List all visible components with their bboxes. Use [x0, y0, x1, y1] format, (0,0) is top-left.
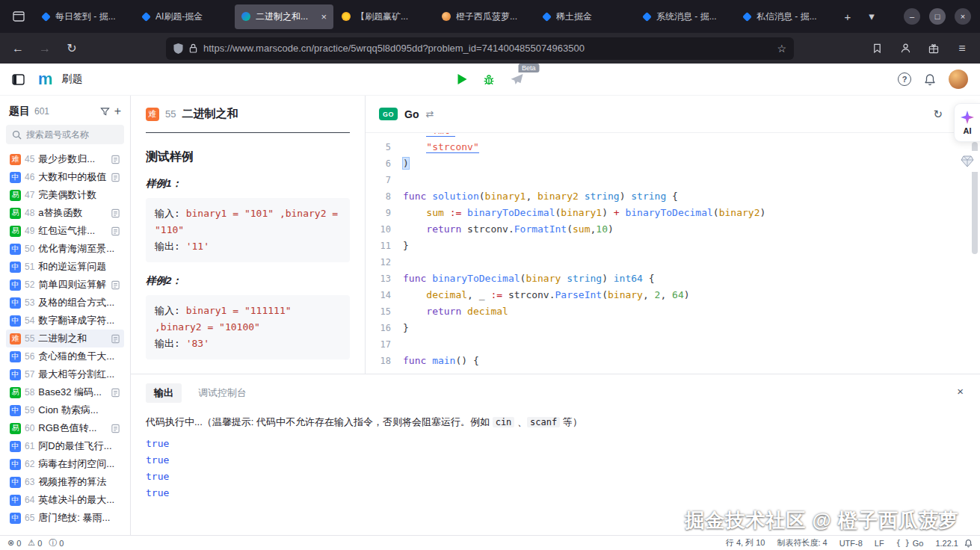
search-box[interactable]	[6, 125, 124, 144]
code-line[interactable]: 8func solution(binary1, binary2 string) …	[366, 188, 980, 205]
status-item[interactable]: 1.22.1	[935, 539, 958, 548]
code-line[interactable]: 9 sum := binaryToDecimal(binary1) + bina…	[366, 205, 980, 221]
example-line: 输入: binary1 = "101" ,binary2 = "110"	[155, 206, 341, 238]
problem-list-item[interactable]: 中63视频推荐的算法	[6, 473, 124, 491]
status-item[interactable]: { }Go	[896, 539, 924, 548]
browser-tab[interactable]: 私信消息 - 掘...	[736, 4, 834, 29]
difficulty-badge: 难	[10, 333, 21, 344]
problem-list-item[interactable]: 中54数字翻译成字符...	[6, 312, 124, 330]
help-icon[interactable]: ?	[898, 72, 911, 86]
problem-list-item[interactable]: 中51和的逆运算问题	[6, 258, 124, 276]
code-line[interactable]: 5 "strconv"	[366, 139, 980, 155]
tab-dropdown-icon[interactable]: ▾	[861, 6, 882, 27]
problem-list-item[interactable]: 易58Base32 编码...	[6, 383, 124, 401]
code-line[interactable]: 10 return strconv.FormatInt(sum,10)	[366, 221, 980, 238]
add-problem-icon[interactable]: +	[114, 105, 121, 117]
problem-list-item[interactable]: 中64英雄决斗的最大...	[6, 491, 124, 509]
difficulty-badge: 易	[10, 226, 21, 237]
back-button[interactable]: ←	[7, 38, 28, 59]
window-maximize-button[interactable]: □	[929, 8, 946, 25]
filter-icon[interactable]	[100, 107, 110, 117]
code-line[interactable]: 12	[366, 254, 980, 271]
avatar-favicon	[442, 12, 451, 21]
console-close-icon[interactable]: ×	[957, 385, 964, 398]
console-tab[interactable]: 输出	[146, 383, 182, 403]
problem-list-item[interactable]: 中62病毒在封闭空间...	[6, 455, 124, 473]
code-line[interactable]: 13func binaryToDecimal(binary string) in…	[366, 271, 980, 287]
code-line[interactable]: 14 decimal, _ := strconv.ParseInt(binary…	[366, 287, 980, 303]
browser-tab[interactable]: 稀土掘金	[535, 4, 634, 29]
code-line[interactable]: 6)	[366, 155, 980, 172]
difficulty-badge: 中	[10, 297, 21, 309]
firefox-view-icon[interactable]	[6, 5, 31, 28]
status-item[interactable]: UTF-8	[839, 539, 863, 548]
problem-list-item[interactable]: 中57最大相等分割红...	[6, 365, 124, 383]
tracking-shield-icon[interactable]	[173, 43, 183, 54]
problem-list-item[interactable]: 中50优化青海湖至景...	[6, 240, 124, 258]
code-line[interactable]: 18func main() {	[366, 353, 980, 369]
problem-list-item[interactable]: 中53及格的组合方式...	[6, 294, 124, 312]
sidebar-toggle-icon[interactable]	[12, 74, 25, 85]
lock-icon[interactable]	[189, 43, 197, 53]
output-line: true	[146, 485, 965, 501]
warning-count[interactable]: ⚠0	[28, 538, 42, 548]
url-bar[interactable]: https://www.marscode.cn/practice/5wrqq5l…	[166, 37, 794, 60]
problem-list-item[interactable]: 难45最少步数归...	[6, 150, 124, 168]
code-line[interactable]: 15 return decimal	[366, 303, 980, 320]
language-switch-icon[interactable]: ⇄	[425, 108, 434, 120]
menu-icon[interactable]: ≡	[952, 38, 973, 59]
browser-tab[interactable]: 系统消息 - 掘...	[635, 4, 734, 29]
reset-code-icon[interactable]: ↻	[933, 108, 943, 121]
window-minimize-button[interactable]: –	[904, 8, 920, 25]
brand-text[interactable]: 刷题	[62, 72, 83, 86]
pocket-icon[interactable]	[866, 38, 887, 59]
problem-number: 55	[25, 333, 34, 344]
info-count[interactable]: ⓘ0	[49, 537, 64, 549]
tab-close-icon[interactable]: ×	[321, 11, 327, 22]
juejin-favicon	[742, 12, 752, 22]
code-line[interactable]: 16}	[366, 320, 980, 336]
code-line[interactable]: 17	[366, 336, 980, 353]
submit-button[interactable]: Beta	[510, 73, 523, 86]
notification-bell-icon[interactable]	[924, 73, 936, 86]
run-button[interactable]	[457, 73, 467, 85]
status-item[interactable]: 行 4, 列 10	[726, 537, 765, 549]
new-tab-button[interactable]: +	[837, 6, 858, 27]
problem-list-item[interactable]: 易49红包运气排...	[6, 222, 124, 240]
problem-list-item[interactable]: 难55二进制之和	[6, 330, 124, 347]
marscode-logo[interactable]: m	[38, 71, 53, 87]
browser-tab[interactable]: 二进制之和...×	[235, 4, 333, 29]
console-tab[interactable]: 调试控制台	[198, 386, 247, 400]
browser-tab[interactable]: 每日签到 - 掘...	[34, 4, 133, 29]
problem-list-item[interactable]: 易48a替换函数	[6, 204, 124, 222]
problem-list-item[interactable]: 易47完美偶数计数	[6, 186, 124, 204]
code-area[interactable]: "fmt" 5 "strconv"6)78func solution(binar…	[366, 133, 980, 374]
problem-list-item[interactable]: 中65唐门绝技: 暴雨...	[6, 509, 124, 527]
ore-button[interactable]	[956, 151, 979, 172]
reload-button[interactable]: ↻	[61, 38, 82, 59]
problem-list-item[interactable]: 易60RGB色值转...	[6, 419, 124, 437]
problem-list-item[interactable]: 中56贪心猫的鱼干大...	[6, 347, 124, 365]
problem-list-item[interactable]: 中46大数和中的极值...	[6, 168, 124, 186]
account-icon[interactable]	[895, 38, 916, 59]
error-count[interactable]: ⊗0	[7, 538, 21, 548]
search-input[interactable]	[26, 129, 118, 140]
status-bell-icon[interactable]	[964, 539, 973, 548]
browser-tab[interactable]: 橙子西瓜菠萝...	[435, 4, 534, 29]
problem-list-item[interactable]: 中52简单四则运算解...	[6, 276, 124, 294]
window-close-button[interactable]: ×	[955, 8, 971, 25]
browser-tab[interactable]: AI刷题-掘金	[135, 4, 233, 29]
extensions-icon[interactable]	[923, 38, 944, 59]
bookmark-star-icon[interactable]: ☆	[777, 43, 786, 55]
browser-tab[interactable]: 【刷题赢矿...	[335, 4, 434, 29]
code-line[interactable]: 7	[366, 172, 980, 188]
status-item[interactable]: LF	[875, 539, 884, 548]
ai-assistant-button[interactable]: AI	[954, 103, 980, 142]
user-avatar[interactable]	[949, 69, 968, 89]
problem-list-item[interactable]: 中61阿D的最佳飞行...	[6, 437, 124, 455]
debug-button[interactable]	[482, 73, 495, 86]
code-line[interactable]: 11}	[366, 238, 980, 254]
status-item[interactable]: 制表符长度: 4	[777, 537, 827, 549]
problem-list-item[interactable]: 中59Cion 勒索病...	[6, 401, 124, 419]
forward-button[interactable]: →	[34, 38, 55, 59]
